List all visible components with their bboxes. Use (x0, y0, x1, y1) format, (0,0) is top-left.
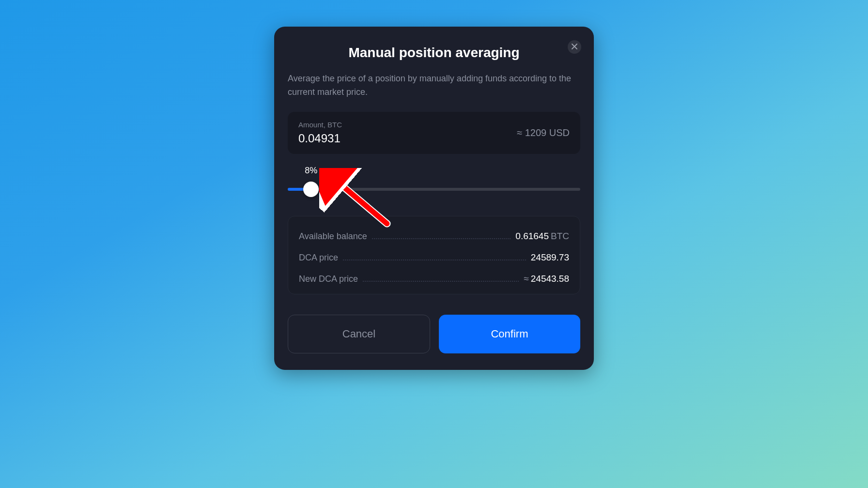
confirm-button[interactable]: Confirm (439, 315, 580, 353)
button-row: Cancel Confirm (288, 315, 580, 353)
position-averaging-modal: Manual position averaging Average the pr… (274, 27, 594, 370)
percent-slider[interactable]: 8% (288, 166, 580, 204)
row-new-dca-price: New DCA price ≈24543.58 (299, 269, 569, 288)
modal-description: Average the price of a position by manua… (288, 72, 580, 99)
amount-card: Amount, BTC 0.04931 ≈ 1209 USD (288, 112, 580, 154)
available-balance-value: 0.61645BTC (515, 231, 569, 242)
dca-price-label: DCA price (299, 253, 338, 263)
slider-percent-label: 8% (305, 166, 317, 176)
amount-label: Amount, BTC (298, 121, 342, 129)
info-card: Available balance 0.61645BTC DCA price 2… (288, 216, 580, 294)
dca-price-value: 24589.73 (531, 252, 569, 263)
slider-track (288, 188, 580, 191)
slider-thumb[interactable] (303, 182, 319, 197)
row-available-balance: Available balance 0.61645BTC (299, 226, 569, 247)
modal-title: Manual position averaging (288, 45, 580, 61)
new-dca-price-label: New DCA price (299, 274, 358, 284)
amount-approx: ≈ 1209 USD (517, 127, 570, 138)
close-button[interactable] (568, 40, 581, 54)
available-balance-label: Available balance (299, 231, 367, 242)
amount-value[interactable]: 0.04931 (298, 132, 342, 145)
row-dca-price: DCA price 24589.73 (299, 247, 569, 269)
new-dca-price-value: ≈24543.58 (524, 274, 569, 284)
close-icon (572, 43, 577, 51)
cancel-button[interactable]: Cancel (288, 315, 430, 353)
page-background: Manual position averaging Average the pr… (0, 0, 868, 488)
